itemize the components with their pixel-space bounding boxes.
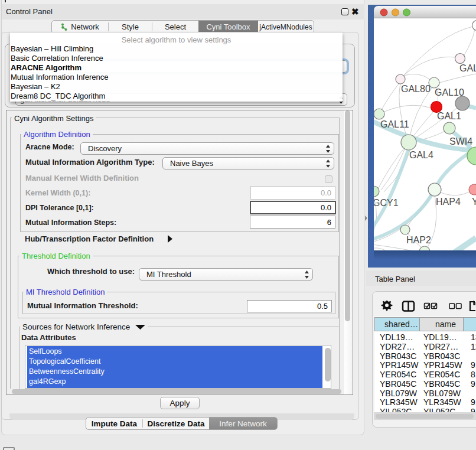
svg-text:HAP2: HAP2 [406,235,431,245]
svg-text:GCY1: GCY1 [374,198,399,208]
svg-text:GAL10: GAL10 [435,87,464,97]
svg-text:HAP4: HAP4 [436,197,461,207]
svg-text:GAL1: GAL1 [437,111,461,121]
svg-text:YP: YP [472,197,476,207]
svg-text:GAL80: GAL80 [401,84,431,94]
svg-text:GAL2: GAL2 [459,63,476,73]
svg-text:SWI4: SWI4 [449,136,472,146]
svg-text:GAL4: GAL4 [409,150,433,160]
svg-text:GAL11: GAL11 [380,119,409,129]
